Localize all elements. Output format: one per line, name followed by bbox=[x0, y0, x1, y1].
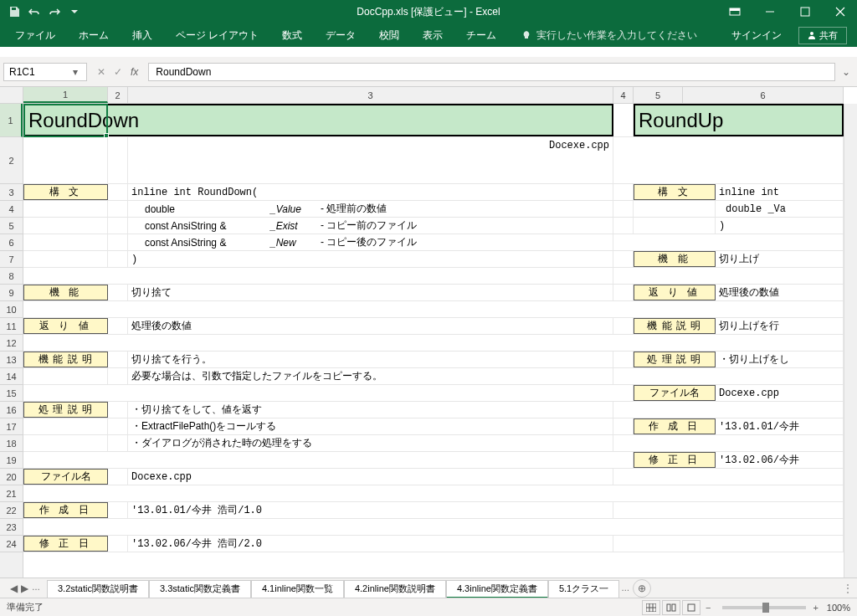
zoom-in-button[interactable]: + bbox=[813, 603, 818, 613]
name-box[interactable]: R1C1 ▾ bbox=[3, 63, 87, 81]
formula-input[interactable]: RoundDown bbox=[148, 63, 835, 81]
sheet-tab[interactable]: 3.3static関数定義書 bbox=[149, 580, 251, 598]
cell[interactable]: double _Va bbox=[716, 201, 844, 217]
label-create-r[interactable]: 作 成 日 bbox=[634, 418, 716, 434]
row-header[interactable]: 22 bbox=[0, 502, 23, 519]
row-header[interactable]: 18 bbox=[0, 435, 23, 452]
col-header[interactable]: 5 bbox=[634, 87, 683, 103]
sheet-tab[interactable]: 4.2inline関数説明書 bbox=[344, 580, 446, 598]
close-button[interactable] bbox=[824, 0, 857, 23]
cell[interactable]: 処理後の数値 bbox=[716, 285, 844, 300]
cancel-icon[interactable]: ✕ bbox=[97, 66, 105, 78]
row-header[interactable]: 4 bbox=[0, 201, 23, 218]
row-header[interactable]: 7 bbox=[0, 251, 23, 268]
label-procdesc[interactable]: 処 理 説 明 bbox=[23, 402, 108, 418]
zoom-level[interactable]: 100% bbox=[827, 603, 850, 613]
undo-icon[interactable] bbox=[27, 4, 42, 19]
tab-insert[interactable]: 挿入 bbox=[121, 23, 164, 47]
signin-link[interactable]: サインイン bbox=[721, 28, 792, 43]
label-file-r[interactable]: ファイル名 bbox=[634, 385, 716, 401]
label-funcdesc-r[interactable]: 機 能 説 明 bbox=[634, 318, 716, 334]
sheet-scroll-icon[interactable]: ⋮ bbox=[842, 582, 854, 595]
label-modify[interactable]: 修 正 日 bbox=[23, 536, 108, 552]
cell[interactable]: '13.01.01/今井 浩司/1.0 bbox=[128, 502, 613, 518]
col-header[interactable]: 6 bbox=[683, 87, 844, 103]
cell[interactable]: 切り捨てを行う。 bbox=[128, 352, 613, 367]
cell[interactable]: '13.01.01/今井 bbox=[716, 418, 844, 434]
select-all-corner[interactable] bbox=[0, 87, 23, 104]
cell[interactable]: const AnsiString &_New- コピー後のファイル bbox=[128, 234, 613, 250]
cell[interactable]: '13.02.06/今井 bbox=[716, 452, 844, 468]
row-header[interactable]: 8 bbox=[0, 268, 23, 285]
fx-icon[interactable]: fx bbox=[131, 66, 138, 78]
qat-dropdown-icon[interactable] bbox=[67, 4, 82, 19]
row-header[interactable]: 23 bbox=[0, 519, 23, 536]
row-header[interactable]: 6 bbox=[0, 234, 23, 251]
view-normal-icon[interactable] bbox=[642, 600, 660, 615]
row-header[interactable]: 9 bbox=[0, 285, 23, 301]
zoom-slider[interactable] bbox=[722, 606, 806, 609]
row-header[interactable]: 16 bbox=[0, 402, 23, 418]
label-return-r[interactable]: 返 り 値 bbox=[634, 285, 716, 300]
sheet-tab[interactable]: 5.1クラス一 bbox=[548, 580, 619, 598]
new-sheet-button[interactable]: ⊕ bbox=[633, 579, 651, 598]
share-button[interactable]: 共有 bbox=[798, 27, 847, 44]
label-func-r[interactable]: 機 能 bbox=[634, 251, 716, 267]
row-header[interactable]: 1 bbox=[0, 104, 23, 137]
row-header[interactable]: 11 bbox=[0, 318, 23, 335]
spreadsheet-grid[interactable]: 1 2 3 4 5 6 1 2 3 4 5 6 7 8 9 10 11 12 1… bbox=[0, 87, 857, 578]
cell[interactable]: 切り上げ bbox=[716, 251, 844, 267]
chevron-down-icon[interactable]: ▾ bbox=[69, 66, 81, 78]
col-header[interactable]: 4 bbox=[613, 87, 634, 103]
cell[interactable]: 必要な場合は、引数で指定したファイルをコピーする。 bbox=[128, 368, 613, 384]
cell[interactable]: ) bbox=[716, 218, 844, 234]
sheet-tab[interactable]: 4.1inline関数一覧 bbox=[251, 580, 344, 598]
label-procdesc-r[interactable]: 処 理 説 明 bbox=[634, 352, 716, 367]
col-header[interactable]: 2 bbox=[108, 87, 128, 103]
label-syntax[interactable]: 構 文 bbox=[23, 184, 108, 200]
label-return[interactable]: 返 り 値 bbox=[23, 318, 108, 334]
cell[interactable]: ・ExtractFilePath()をコールする bbox=[128, 418, 613, 434]
redo-icon[interactable] bbox=[47, 4, 62, 19]
save-icon[interactable] bbox=[7, 4, 22, 19]
tell-me-search[interactable]: 実行したい作業を入力してください bbox=[521, 28, 697, 43]
tab-review[interactable]: 校閲 bbox=[367, 23, 411, 47]
row-header[interactable]: 10 bbox=[0, 301, 23, 318]
label-syntax-r[interactable]: 構 文 bbox=[634, 184, 716, 200]
row-header[interactable]: 15 bbox=[0, 385, 23, 402]
label-file[interactable]: ファイル名 bbox=[23, 469, 108, 485]
row-header[interactable]: 2 bbox=[0, 137, 23, 184]
cell[interactable]: '13.02.06/今井 浩司/2.0 bbox=[128, 536, 613, 552]
tab-pagelayout[interactable]: ページ レイアウト bbox=[164, 23, 270, 47]
col-header[interactable]: 3 bbox=[128, 87, 613, 103]
tab-overflow-icon[interactable]: … bbox=[621, 583, 629, 593]
label-funcdesc[interactable]: 機 能 説 明 bbox=[23, 352, 108, 367]
cell[interactable]: inline int RoundDown( bbox=[128, 184, 613, 200]
row-header[interactable]: 21 bbox=[0, 485, 23, 502]
cell[interactable]: 切り捨て bbox=[128, 285, 613, 300]
maximize-button[interactable] bbox=[788, 0, 822, 23]
cell[interactable]: ・切り捨てをして、値を返す bbox=[128, 402, 613, 418]
enter-icon[interactable]: ✓ bbox=[114, 66, 122, 78]
row-header[interactable]: 19 bbox=[0, 452, 23, 469]
tab-nav-next-icon[interactable]: ▶ bbox=[21, 583, 28, 594]
col-header[interactable]: 1 bbox=[23, 87, 108, 103]
minimize-button[interactable] bbox=[753, 0, 787, 23]
cell[interactable]: inline int bbox=[716, 184, 844, 200]
row-header[interactable]: 13 bbox=[0, 352, 23, 368]
tab-nav-prev-icon[interactable]: ◀ bbox=[10, 583, 18, 594]
label-create[interactable]: 作 成 日 bbox=[23, 502, 108, 518]
cell[interactable]: 処理後の数値 bbox=[128, 318, 613, 334]
row-header[interactable]: 14 bbox=[0, 368, 23, 385]
row-header[interactable]: 20 bbox=[0, 469, 23, 485]
cell-filename[interactable]: Docexe.cpp bbox=[128, 137, 613, 183]
cell-title-right[interactable]: RoundUp bbox=[634, 104, 844, 136]
zoom-out-button[interactable]: − bbox=[706, 603, 711, 613]
vertical-scrollbar[interactable] bbox=[844, 104, 857, 578]
sheet-tab[interactable]: 3.2static関数説明書 bbox=[47, 580, 149, 598]
row-header[interactable]: 24 bbox=[0, 536, 23, 552]
cell[interactable]: ・切り上げをし bbox=[716, 352, 844, 367]
label-func[interactable]: 機 能 bbox=[23, 285, 108, 300]
cell[interactable]: double_Value- 処理前の数値 bbox=[128, 201, 613, 217]
ribbon-display-icon[interactable] bbox=[718, 0, 752, 23]
